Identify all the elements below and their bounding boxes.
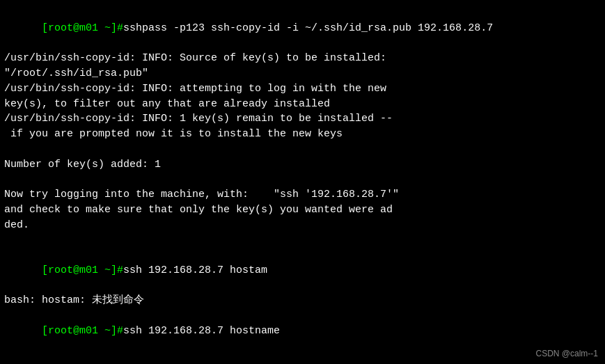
terminal-line: [root@m01 ~]#sshpass -p123 ssh-copy-id -…	[4, 6, 601, 51]
output-text: key(s), to filter out any that are alrea…	[4, 98, 330, 110]
output-text: if you are prompted now it is to install…	[4, 128, 343, 140]
terminal-line: [root@m01 ~]#ssh 192.168.28.7 hostname	[4, 308, 601, 354]
output-text: and check to make sure that only the key…	[4, 204, 393, 216]
terminal-line: bash: hostam: 未找到命令	[4, 293, 601, 308]
terminal-line: /usr/bin/ssh-copy-id: INFO: attempting t…	[4, 81, 601, 97]
output-text: /usr/bin/ssh-copy-id: INFO: attempting t…	[4, 83, 386, 95]
terminal-line: if you are prompted now it is to install…	[4, 127, 601, 142]
terminal-line: ded.	[4, 218, 601, 233]
terminal-line: key(s), to filter out any that are alrea…	[4, 97, 601, 112]
command-text: sshpass -p123 ssh-copy-id -i ~/.ssh/id_r…	[123, 22, 493, 34]
terminal-line: and check to make sure that only the key…	[4, 203, 601, 218]
terminal-line	[4, 172, 601, 187]
terminal-line	[4, 232, 601, 248]
output-text: ded.	[4, 219, 29, 231]
output-text: Now try logging into the machine, with: …	[4, 189, 399, 200]
command-text: ssh 192.168.28.7 hostam	[123, 264, 267, 276]
terminal-line: Now try logging into the machine, with: …	[4, 187, 601, 203]
output-text: Number of key(s) added: 1	[4, 159, 161, 171]
terminal-line: /usr/bin/ssh-copy-id: INFO: 1 key(s) rem…	[4, 111, 601, 127]
terminal-content: [root@m01 ~]#sshpass -p123 ssh-copy-id -…	[4, 6, 601, 364]
prompt: [root@m01 ~]#	[42, 325, 123, 337]
terminal-line	[4, 142, 601, 157]
output-text: bash: hostam: 未找到命令	[4, 294, 144, 306]
terminal-line: "/root/.ssh/id_rsa.pub"	[4, 66, 601, 81]
command-text: ssh 192.168.28.7 hostname	[123, 325, 280, 337]
prompt: [root@m01 ~]#	[42, 264, 123, 276]
output-text: "/root/.ssh/id_rsa.pub"	[4, 68, 148, 79]
terminal-window: [root@m01 ~]#sshpass -p123 ssh-copy-id -…	[0, 0, 605, 364]
terminal-line: /usr/bin/ssh-copy-id: INFO: Source of ke…	[4, 51, 601, 66]
prompt: [root@m01 ~]#	[42, 22, 123, 34]
terminal-line: [root@m01 ~]#ssh 192.168.28.7 hostam	[4, 248, 601, 293]
terminal-line: web01	[4, 354, 601, 364]
output-text: /usr/bin/ssh-copy-id: INFO: 1 key(s) rem…	[4, 113, 393, 125]
watermark: CSDN @calm--1	[535, 349, 598, 358]
terminal-line: Number of key(s) added: 1	[4, 157, 601, 173]
output-text: /usr/bin/ssh-copy-id: INFO: Source of ke…	[4, 52, 386, 64]
